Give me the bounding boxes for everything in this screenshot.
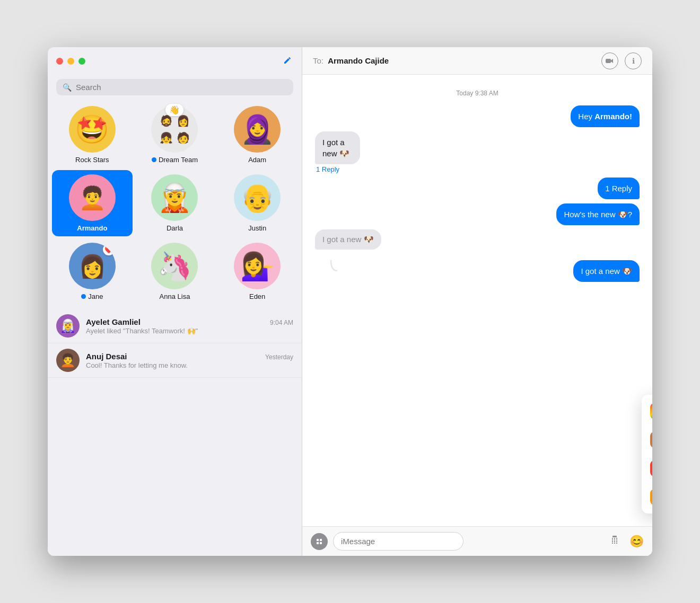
message-input[interactable] <box>333 532 463 551</box>
svg-rect-15 <box>616 543 617 544</box>
pinned-contacts-grid: 🤩 Rock Stars 🧔 👩 👧 🧑 👋 Dream Team <box>48 102 302 309</box>
conv-content-ayelet: Ayelet Gamliel 9:04 AM Ayelet liked "Tha… <box>86 317 293 335</box>
pin-avatar-eden: 💁‍♀️ <box>234 243 281 289</box>
input-wrapper <box>333 532 624 551</box>
emoji-button[interactable]: 😊 <box>629 535 644 548</box>
titlebar <box>48 47 302 75</box>
pin-avatar-jane: 👩 ❤️ <box>69 243 116 289</box>
message-timestamp: Today 9:38 AM <box>315 90 640 97</box>
minimize-button[interactable] <box>67 58 74 65</box>
conv-content-anuj: Anuj Desai Yesterday Cool! Thanks for le… <box>86 352 293 369</box>
pin-avatar-armando: 🧑‍🦱 <box>69 174 116 221</box>
chat-input-area: 😊 <box>302 526 652 556</box>
wave-badge: 👋 <box>165 104 183 116</box>
pin-avatar-dream-team: 🧔 👩 👧 🧑 👋 <box>151 106 198 153</box>
bubble-m1: Hey Armando! <box>571 105 640 127</box>
search-icon: 🔍 <box>63 83 72 92</box>
conversation-list: 🧝‍♀️ Ayelet Gamliel 9:04 AM Ayelet liked… <box>48 309 302 556</box>
conv-top-anuj: Anuj Desai Yesterday <box>86 352 293 361</box>
svg-rect-11 <box>614 541 615 542</box>
pin-label-armando: Armando <box>77 224 107 232</box>
conv-time-anuj: Yesterday <box>265 353 293 361</box>
to-label: To: <box>313 56 323 65</box>
conv-item-ayelet[interactable]: 🧝‍♀️ Ayelet Gamliel 9:04 AM Ayelet liked… <box>48 309 302 343</box>
search-bar[interactable]: 🔍 <box>56 79 293 95</box>
heart-badge-jane: ❤️ <box>103 244 115 255</box>
menu-item-images[interactable]: 🔍 #images <box>642 454 652 483</box>
bubble-m3: 1 Reply <box>598 178 640 199</box>
search-input[interactable] <box>76 83 287 92</box>
message-row-m1: Hey Armando! <box>315 105 640 127</box>
photos-icon <box>650 403 652 419</box>
audio-input-button[interactable] <box>610 536 619 547</box>
effects-icon: ✨ <box>650 489 652 505</box>
svg-rect-14 <box>614 543 615 544</box>
contact-name: Armando Cajide <box>328 56 389 65</box>
conv-item-anuj[interactable]: 🧑‍🦱 Anuj Desai Yesterday Cool! Thanks fo… <box>48 343 302 378</box>
close-button[interactable] <box>56 58 63 65</box>
message-row-m4: How's the new 🐶? <box>315 203 640 225</box>
pin-item-jane[interactable]: 👩 ❤️ Jane <box>52 238 133 305</box>
svg-rect-13 <box>612 543 613 544</box>
pin-label-rock-stars: Rock Stars <box>75 156 109 164</box>
video-call-button[interactable] <box>601 52 618 69</box>
pin-avatar-darla: 🧝 <box>151 174 198 221</box>
chat-panel: To: Armando Cajide ℹ Today 9:38 AM Hey A… <box>302 47 652 556</box>
message-row-m2: I got a new 🐶 1 Reply <box>315 131 640 173</box>
conv-time-ayelet: 9:04 AM <box>270 319 293 326</box>
conv-top-ayelet: Ayelet Gamliel 9:04 AM <box>86 317 293 326</box>
conv-name-ayelet: Ayelet Gamliel <box>86 317 141 326</box>
pin-avatar-justin: 👴 <box>234 174 281 221</box>
bubble-m6: I got a new 🐶 <box>573 260 640 282</box>
pin-avatar-adam: 🧕 <box>234 106 281 153</box>
typing-text: I got a new 🐶 <box>322 235 374 244</box>
message-row-m3: 1 Reply <box>315 178 640 199</box>
pin-item-eden[interactable]: 💁‍♀️ Eden <box>217 238 298 305</box>
pin-label-anna-lisa: Anna Lisa <box>160 292 190 300</box>
pin-item-justin[interactable]: 👴 Justin <box>217 170 298 236</box>
memoji-icon: 🧕 <box>650 432 652 448</box>
apps-menu-popup: Photos 🧕 Memoji Stickers 🔍 #images ✨ Mes… <box>642 395 652 513</box>
svg-rect-9 <box>616 539 617 540</box>
message-row-typing: I got a new 🐶 <box>315 229 640 250</box>
bubble-m4: How's the new 🐶? <box>556 203 640 225</box>
svg-rect-5 <box>614 538 615 539</box>
bubble-text-m1: Hey Armando! <box>578 112 632 121</box>
reply-link-m2[interactable]: 1 Reply <box>316 165 381 173</box>
pin-label-jane-row: Jane <box>81 292 103 300</box>
svg-rect-0 <box>606 59 611 63</box>
bubble-text-m2: I got a new 🐶 <box>322 138 349 158</box>
menu-item-effects[interactable]: ✨ Message Effects <box>642 483 652 511</box>
conv-avatar-ayelet: 🧝‍♀️ <box>56 314 80 338</box>
message-row-m6: I got a new 🐶 <box>315 260 640 282</box>
chat-header-title: To: Armando Cajide <box>313 56 595 65</box>
pin-avatar-rock-stars: 🤩 <box>69 106 116 153</box>
app-window: 🔍 🤩 Rock Stars 🧔 👩 👧 🧑 👋 <box>48 47 652 556</box>
apps-button[interactable] <box>311 533 328 550</box>
menu-item-photos[interactable]: Photos <box>642 397 652 425</box>
pin-item-anna-lisa[interactable]: 🦄 Anna Lisa <box>135 238 215 305</box>
pin-item-rock-stars[interactable]: 🤩 Rock Stars <box>52 102 133 168</box>
unread-dot-dream-team <box>152 157 156 162</box>
compose-button[interactable] <box>283 55 293 68</box>
unread-dot-jane <box>81 294 86 299</box>
svg-rect-6 <box>616 538 617 539</box>
fullscreen-button[interactable] <box>78 58 85 65</box>
info-icon: ℹ <box>632 57 635 65</box>
conv-preview-anuj: Cool! Thanks for letting me know. <box>86 361 293 369</box>
pin-item-darla[interactable]: 🧝 Darla <box>135 170 215 236</box>
messages-area: Today 9:38 AM Hey Armando! I got a new 🐶… <box>302 75 652 526</box>
svg-rect-3 <box>612 536 617 537</box>
pin-label-dream-team-row: Dream Team <box>152 156 198 164</box>
bubble-m2: I got a new 🐶 <box>315 131 360 164</box>
bubble-text-m4: How's the new 🐶? <box>564 210 632 219</box>
info-button[interactable]: ℹ <box>625 52 642 69</box>
menu-item-memoji[interactable]: 🧕 Memoji Stickers <box>642 425 652 454</box>
pin-item-armando[interactable]: 🧑‍🦱 Armando <box>52 170 133 236</box>
svg-rect-4 <box>612 538 613 539</box>
pin-avatar-anna-lisa: 🦄 <box>151 243 198 289</box>
pin-item-adam[interactable]: 🧕 Adam <box>217 102 298 168</box>
images-icon: 🔍 <box>650 460 652 476</box>
svg-rect-7 <box>612 539 613 540</box>
pin-item-dream-team[interactable]: 🧔 👩 👧 🧑 👋 Dream Team <box>135 102 215 168</box>
